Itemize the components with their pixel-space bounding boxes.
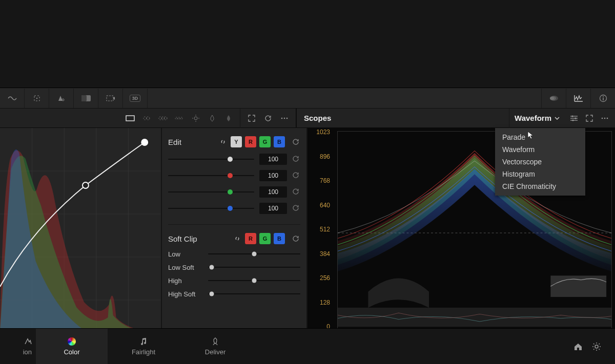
edit-slider-row: 100 — [168, 201, 300, 216]
softclip-label: Low Soft — [168, 264, 203, 271]
waveform-icon[interactable] — [566, 89, 590, 108]
chevron-down-icon — [555, 117, 560, 120]
scope-menu-item[interactable]: Waveform — [495, 143, 585, 156]
viewer-area — [0, 0, 615, 88]
mode-dots3-icon[interactable] — [157, 112, 169, 124]
softclip-slider[interactable] — [208, 264, 300, 271]
palette-panels: Edit Y R G B 100 100 100 1 — [0, 128, 615, 343]
softclip-slider[interactable] — [208, 290, 300, 297]
mode-dots4-icon[interactable] — [173, 112, 186, 124]
channel-y[interactable]: Y — [231, 136, 242, 147]
svg-point-19 — [178, 117, 180, 119]
softclip-slider[interactable] — [208, 250, 300, 258]
shape-tool-icon[interactable] — [0, 89, 25, 108]
edit-slider[interactable] — [168, 205, 254, 212]
expand-icon[interactable] — [245, 112, 258, 124]
nav-fairlight[interactable]: Fairlight — [108, 329, 179, 364]
nav-prev-partial[interactable]: ion — [0, 329, 36, 364]
svg-rect-49 — [338, 308, 611, 327]
svg-point-8 — [550, 97, 554, 100]
more-left-icon[interactable] — [278, 112, 291, 124]
scope-menu-item[interactable]: Histogram — [495, 168, 585, 180]
softclip-b[interactable]: B — [274, 233, 285, 244]
3d-tool-icon[interactable]: 3D — [123, 89, 148, 108]
softclip-row: Low — [168, 247, 300, 261]
focus-tool-icon[interactable] — [25, 89, 49, 108]
svg-point-36 — [604, 117, 606, 119]
mask-tool-icon[interactable] — [74, 89, 98, 108]
svg-point-46 — [83, 182, 89, 188]
edit-value[interactable]: 100 — [259, 170, 287, 181]
gallery-icon[interactable] — [541, 89, 566, 108]
softclip-link-icon[interactable] — [233, 234, 242, 243]
reset-icon[interactable] — [292, 172, 300, 180]
svg-point-33 — [575, 117, 576, 119]
mode-sun-icon[interactable] — [190, 112, 202, 124]
svg-point-28 — [286, 117, 288, 119]
blur-tool-icon[interactable] — [49, 89, 74, 108]
palette-controls: Scopes Waveform — [0, 109, 615, 128]
edit-value[interactable]: 100 — [259, 154, 287, 165]
scope-menu-item[interactable]: CIE Chromaticity — [495, 180, 585, 192]
svg-rect-5 — [107, 96, 113, 101]
softclip-slider[interactable] — [208, 277, 300, 284]
scope-tick: 768 — [320, 177, 330, 184]
home-icon[interactable] — [569, 329, 587, 364]
nav-color[interactable]: Color — [36, 329, 108, 364]
channel-r[interactable]: R — [245, 136, 256, 147]
nav-label: ion — [23, 348, 32, 356]
edit-slider[interactable] — [168, 188, 254, 196]
scope-menu-item[interactable]: Parade — [495, 131, 585, 143]
svg-rect-11 — [603, 98, 604, 100]
softclip-g[interactable]: G — [259, 233, 271, 244]
scope-expand-icon[interactable] — [583, 112, 596, 124]
info-icon[interactable] — [590, 89, 615, 108]
scope-more-icon[interactable] — [599, 112, 611, 124]
scope-settings-icon[interactable] — [568, 112, 580, 124]
scope-tick: 512 — [320, 226, 330, 233]
mode-drop1-icon[interactable] — [206, 112, 218, 124]
svg-point-10 — [603, 96, 604, 97]
scope-y-axis: 10238967686405123842561280 — [308, 128, 334, 343]
edit-slider-row: 100 — [168, 152, 300, 167]
softclip-reset-icon[interactable] — [291, 234, 300, 243]
svg-point-27 — [284, 117, 285, 119]
link-icon[interactable] — [218, 137, 228, 146]
svg-point-32 — [571, 115, 573, 117]
mode-rect-icon[interactable] — [124, 112, 136, 124]
nav-label: Fairlight — [132, 348, 155, 356]
svg-point-14 — [147, 117, 150, 120]
scope-tick: 256 — [320, 274, 330, 282]
svg-point-34 — [572, 119, 573, 121]
svg-rect-50 — [550, 275, 606, 297]
mode-dots2-icon[interactable] — [140, 112, 153, 124]
reset-icon[interactable] — [292, 204, 300, 212]
reset-icon[interactable] — [292, 155, 300, 163]
mode-drop2-icon[interactable] — [222, 112, 235, 124]
svg-point-21 — [194, 117, 197, 120]
svg-point-2 — [62, 99, 64, 101]
edit-reset-icon[interactable] — [291, 137, 300, 146]
scope-menu-item[interactable]: Vectorscope — [495, 156, 585, 168]
gear-icon[interactable] — [587, 329, 606, 364]
curves-panel[interactable] — [0, 128, 162, 343]
svg-point-51 — [595, 345, 598, 348]
svg-line-56 — [593, 344, 594, 345]
softclip-r[interactable]: R — [245, 233, 256, 244]
scope-type-dropdown[interactable]: Waveform — [509, 114, 565, 122]
channel-g[interactable]: G — [259, 136, 271, 147]
edit-value[interactable]: 100 — [259, 186, 287, 198]
edit-slider[interactable] — [168, 172, 254, 179]
nav-deliver[interactable]: Deliver — [179, 329, 251, 364]
channel-b[interactable]: B — [274, 136, 285, 147]
edit-panel: Edit Y R G B 100 100 100 1 — [162, 128, 308, 343]
reset-icon[interactable] — [292, 188, 300, 196]
edit-value[interactable]: 100 — [259, 203, 287, 214]
softclip-row: High — [168, 274, 300, 287]
color-wheel-icon — [68, 337, 76, 346]
svg-point-35 — [602, 117, 603, 119]
reset-all-icon[interactable] — [262, 112, 274, 124]
edit-slider[interactable] — [168, 156, 254, 163]
crop-tool-icon[interactable] — [98, 89, 123, 108]
edit-title: Edit — [168, 138, 181, 146]
